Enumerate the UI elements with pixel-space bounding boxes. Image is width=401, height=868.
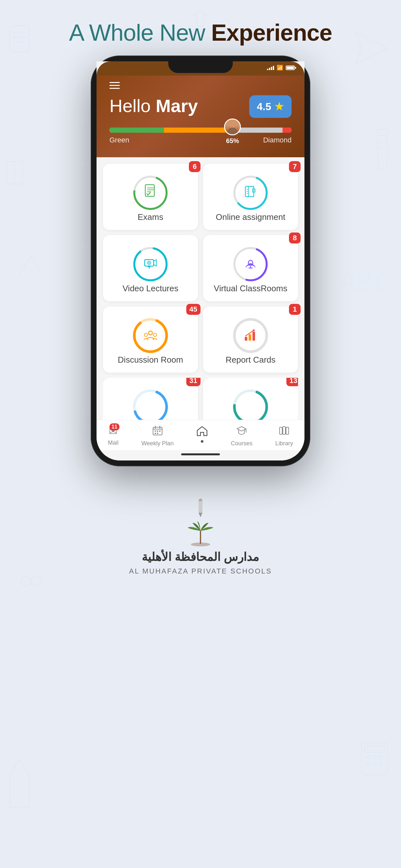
exams-label: Exams — [137, 212, 163, 222]
phone-mockup: 📶 Hello Mary 4.5 — [0, 56, 401, 486]
exams-card[interactable]: 6 — [103, 164, 198, 230]
rating-value: 4.5 — [257, 101, 271, 113]
progress-bar: 65% — [110, 128, 291, 133]
discussion-room-card[interactable]: 45 — [103, 306, 198, 373]
battery-icon — [286, 66, 295, 70]
weekly-plan-icon — [152, 425, 163, 438]
partial-card-1[interactable]: 31 — [103, 378, 198, 420]
svg-rect-17 — [365, 746, 384, 752]
online-assignment-card[interactable]: 7 — [203, 164, 298, 230]
svg-point-52 — [134, 319, 166, 352]
home-icon — [196, 425, 208, 439]
report-cards-card[interactable]: 1 — [203, 306, 298, 373]
virtual-classrooms-badge: 8 — [289, 232, 301, 244]
partial-card-1-badge: 31 — [186, 378, 201, 386]
svg-rect-28 — [145, 185, 154, 196]
progress-avatar: 65% — [224, 119, 241, 145]
virtual-classrooms-card[interactable]: 8 — [203, 235, 298, 301]
exams-icon — [143, 184, 158, 202]
grid-row-1: 6 — [103, 164, 298, 230]
video-lectures-label: Video Lectures — [123, 283, 179, 293]
home-indicator-bar — [181, 454, 220, 455]
progress-section: 65% Green Diamond — [110, 128, 291, 144]
svg-marker-15 — [10, 759, 29, 807]
signal-icon — [267, 66, 274, 70]
school-logo: مدارس المحافظة الأهلية Al Muhafaza Priva… — [129, 499, 272, 576]
progress-label-right: Diamond — [263, 136, 291, 144]
partial-card-2[interactable]: 13 — [203, 378, 298, 420]
svg-point-21 — [366, 762, 370, 765]
svg-rect-69 — [155, 430, 156, 432]
report-cards-badge: 1 — [289, 304, 301, 315]
online-assignment-badge: 7 — [289, 161, 301, 172]
app-header: Hello Mary 4.5 ★ — [96, 75, 305, 157]
partial-card-2-icon — [231, 388, 270, 420]
wifi-icon: 📶 — [277, 65, 283, 71]
video-lectures-card[interactable]: Video Lectures — [103, 235, 198, 301]
svg-rect-70 — [157, 430, 158, 432]
grid-row-3: 45 — [103, 306, 298, 373]
school-name-english: Al Muhafaza Private Schools — [129, 567, 272, 576]
svg-point-41 — [134, 248, 166, 280]
avatar-image — [225, 120, 240, 134]
nav-library[interactable]: Library — [275, 425, 293, 447]
report-cards-icon-container — [231, 316, 270, 355]
video-lectures-icon-container — [131, 245, 170, 283]
greeting-bold: Mary — [156, 96, 198, 116]
courses-label: Courses — [231, 440, 252, 447]
palm-emblem-icon — [181, 521, 220, 547]
phone-screen: 📶 Hello Mary 4.5 — [96, 61, 305, 461]
online-assignment-icon-container — [231, 174, 270, 212]
discussion-room-icon-container — [131, 316, 170, 355]
mail-badge: 11 — [110, 423, 120, 430]
page-headline: A Whole New Experience — [0, 0, 401, 56]
svg-rect-74 — [280, 427, 282, 434]
grid-row-partial: 31 13 — [103, 378, 298, 420]
svg-rect-16 — [362, 743, 388, 775]
online-assignment-label: Online assignment — [216, 212, 285, 222]
svg-rect-71 — [159, 430, 160, 432]
virtual-classrooms-label: Virtual ClassRooms — [214, 283, 287, 293]
nav-courses[interactable]: Courses — [231, 425, 252, 447]
partial-card-1-icon — [131, 388, 170, 420]
greeting-text: Hello Mary — [110, 95, 198, 116]
nav-home[interactable] — [196, 425, 208, 447]
progress-percent: 65% — [226, 137, 239, 145]
title-regular: A Whole New — [69, 20, 211, 45]
bottom-indicator — [96, 450, 305, 461]
svg-marker-79 — [198, 513, 203, 517]
pen-logo-icon — [194, 499, 207, 518]
school-name-arabic: مدارس المحافظة الأهلية — [142, 550, 259, 564]
nav-mail[interactable]: ✉ 11 Mail — [108, 425, 119, 447]
discussion-room-label: Discussion Room — [118, 355, 183, 365]
nav-weekly-plan[interactable]: Weekly Plan — [142, 425, 174, 447]
progress-labels: Green Diamond — [110, 136, 291, 144]
progress-label-left: Green — [110, 136, 129, 144]
svg-point-80 — [191, 542, 210, 547]
svg-rect-75 — [283, 427, 285, 434]
svg-point-23 — [379, 762, 382, 765]
progress-red — [282, 128, 291, 133]
library-icon — [279, 425, 289, 438]
progress-green — [110, 128, 164, 133]
library-label: Library — [275, 440, 293, 447]
weekly-plan-label: Weekly Plan — [142, 440, 174, 447]
exams-badge: 6 — [189, 161, 201, 172]
title-bold: Experience — [211, 20, 332, 45]
phone-notch — [168, 61, 233, 73]
report-cards-label: Report Cards — [226, 355, 276, 365]
svg-point-56 — [235, 319, 267, 352]
svg-point-19 — [373, 755, 376, 759]
svg-point-22 — [373, 762, 376, 765]
svg-rect-76 — [286, 427, 289, 434]
svg-point-24 — [229, 121, 235, 127]
svg-point-20 — [379, 755, 382, 759]
svg-rect-78 — [198, 501, 203, 513]
menu-grid: 6 — [96, 157, 305, 420]
mail-label: Mail — [108, 439, 119, 446]
svg-point-18 — [366, 755, 370, 759]
courses-icon — [236, 425, 247, 438]
hamburger-menu[interactable] — [110, 82, 291, 89]
phone-frame: 📶 Hello Mary 4.5 — [91, 56, 310, 466]
avatar — [224, 119, 241, 135]
